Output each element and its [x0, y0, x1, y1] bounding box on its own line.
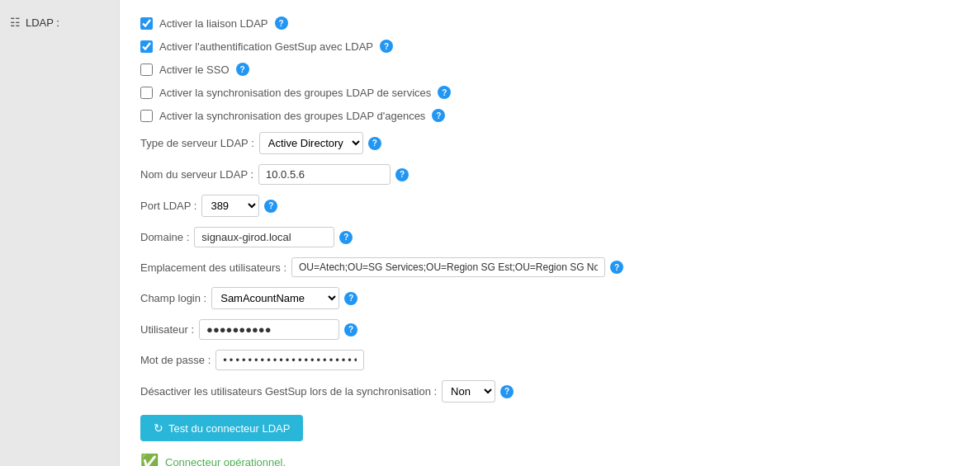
help-icon-sync-agencies[interactable]: ?	[432, 109, 445, 122]
row-port: Port LDAP : 389 636 ?	[140, 195, 959, 217]
btn-test-label: Test du connecteur LDAP	[168, 422, 290, 435]
label-utilisateur: Utilisateur :	[140, 323, 194, 336]
row-utilisateur: Utilisateur : ?	[140, 319, 959, 340]
input-location[interactable]	[291, 257, 605, 277]
row-type-server: Type de serveur LDAP : Active Directory …	[140, 132, 959, 154]
row-ldap-liaison: Activer la liaison LDAP ?	[140, 16, 959, 30]
sidebar-item-ldap[interactable]: ☷ LDAP :	[8, 12, 111, 32]
help-icon-port[interactable]: ?	[264, 200, 277, 213]
help-icon-sso[interactable]: ?	[236, 63, 249, 76]
label-champ-login: Champ login :	[140, 292, 206, 304]
help-icon-auth[interactable]: ?	[380, 40, 393, 53]
label-ldap-liaison: Activer la liaison LDAP	[159, 17, 268, 30]
refresh-icon: ↻	[154, 421, 163, 435]
input-nom-server[interactable]	[258, 164, 391, 185]
checkbox-sso[interactable]	[140, 64, 153, 76]
help-icon-utilisateur[interactable]: ?	[344, 323, 357, 337]
grid-icon: ☷	[10, 16, 21, 29]
label-password: Mot de passe :	[140, 354, 211, 366]
label-type-server: Type de serveur LDAP :	[140, 137, 254, 149]
label-nom-server: Nom du serveur LDAP :	[140, 168, 253, 181]
label-port: Port LDAP :	[140, 200, 196, 212]
select-desactiver[interactable]: Non Oui	[442, 380, 495, 402]
checkbox-auth[interactable]	[140, 40, 153, 53]
label-location: Emplacement des utilisateurs :	[140, 261, 286, 274]
status-row: ✅ Connecteur opérationnel.	[140, 453, 959, 466]
label-auth: Activer l'authentification GestSup avec …	[159, 40, 373, 53]
check-circle-icon: ✅	[140, 453, 159, 466]
row-sync-services: Activer la synchronisation des groupes L…	[140, 86, 959, 99]
status-text: Connecteur opérationnel.	[165, 456, 286, 467]
input-domain[interactable]	[194, 227, 334, 247]
select-port[interactable]: 389 636	[201, 195, 259, 217]
label-sync-agencies: Activer la synchronisation des groupes L…	[159, 110, 425, 122]
help-icon-champ-login[interactable]: ?	[344, 292, 357, 305]
row-sso: Activer le SSO ?	[140, 63, 959, 76]
sidebar: ☷ LDAP :	[0, 0, 120, 466]
help-icon-sync-services[interactable]: ?	[438, 86, 451, 99]
label-domain: Domaine :	[140, 231, 189, 243]
label-sso: Activer le SSO	[159, 64, 230, 76]
row-auth: Activer l'authentification GestSup avec …	[140, 40, 959, 53]
help-icon-desactiver[interactable]: ?	[500, 385, 514, 398]
row-location: Emplacement des utilisateurs : ?	[140, 257, 959, 277]
row-desactiver: Désactiver les utilisateurs GestSup lors…	[140, 380, 959, 402]
row-domain: Domaine : ?	[140, 227, 959, 247]
help-icon-domain[interactable]: ?	[339, 231, 353, 244]
sidebar-item-label: LDAP :	[26, 16, 59, 29]
main-content: Activer la liaison LDAP ? Activer l'auth…	[120, 0, 980, 466]
select-type-server[interactable]: Active Directory OpenLDAP Autre	[259, 132, 363, 154]
row-champ-login: Champ login : SamAcountName userPrincipa…	[140, 287, 959, 309]
row-nom-server: Nom du serveur LDAP : ?	[140, 164, 959, 185]
select-champ-login[interactable]: SamAcountName userPrincipalName cn	[211, 287, 339, 309]
help-icon-location[interactable]: ?	[610, 261, 623, 274]
label-sync-services: Activer la synchronisation des groupes L…	[159, 87, 431, 99]
btn-test-connector[interactable]: ↻ Test du connecteur LDAP	[140, 415, 303, 441]
input-password[interactable]	[215, 350, 364, 370]
checkbox-sync-services[interactable]	[140, 87, 153, 99]
label-desactiver: Désactiver les utilisateurs GestSup lors…	[140, 385, 437, 398]
row-password: Mot de passe :	[140, 350, 959, 370]
help-icon-nom-server[interactable]: ?	[395, 168, 409, 181]
help-icon-type-server[interactable]: ?	[368, 137, 381, 150]
checkbox-sync-agencies[interactable]	[140, 110, 153, 122]
input-utilisateur[interactable]	[199, 319, 339, 340]
row-sync-agencies: Activer la synchronisation des groupes L…	[140, 109, 959, 122]
checkbox-ldap-liaison[interactable]	[140, 17, 153, 30]
help-icon-ldap-liaison[interactable]: ?	[275, 16, 288, 30]
